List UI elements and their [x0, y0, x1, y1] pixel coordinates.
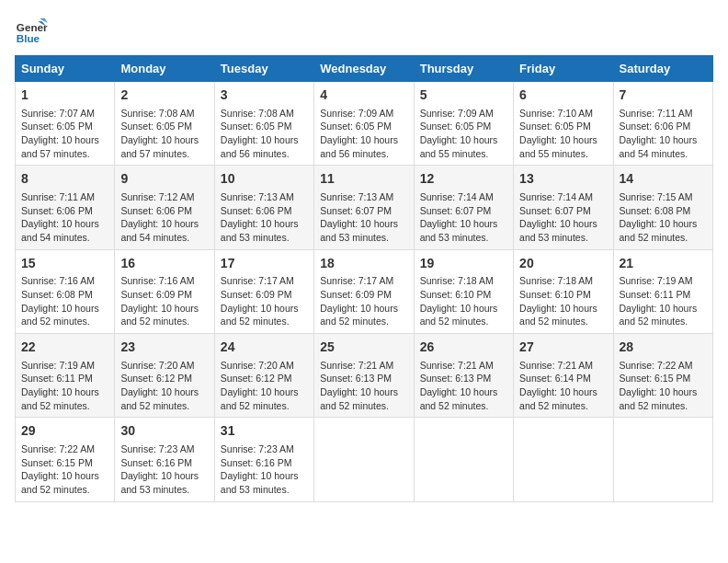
calendar-cell	[314, 418, 414, 501]
calendar-cell: 13Sunrise: 7:14 AM Sunset: 6:07 PM Dayli…	[514, 166, 613, 249]
calendar-cell	[414, 418, 513, 501]
calendar-cell	[514, 418, 613, 501]
day-info: Sunrise: 7:22 AM Sunset: 6:15 PM Dayligh…	[21, 442, 108, 497]
calendar-cell: 27Sunrise: 7:21 AM Sunset: 6:14 PM Dayli…	[514, 334, 613, 418]
calendar-cell: 15Sunrise: 7:16 AM Sunset: 6:08 PM Dayli…	[16, 249, 115, 333]
calendar-cell: 5Sunrise: 7:09 AM Sunset: 6:05 PM Daylig…	[414, 82, 513, 166]
day-number: 15	[21, 255, 108, 273]
calendar-cell: 26Sunrise: 7:21 AM Sunset: 6:13 PM Dayli…	[414, 334, 513, 418]
day-info: Sunrise: 7:19 AM Sunset: 6:11 PM Dayligh…	[620, 274, 707, 328]
day-number: 7	[620, 86, 707, 105]
day-number: 24	[221, 339, 308, 357]
day-number: 25	[320, 339, 407, 357]
calendar-cell: 24Sunrise: 7:20 AM Sunset: 6:12 PM Dayli…	[214, 334, 313, 418]
day-info: Sunrise: 7:16 AM Sunset: 6:09 PM Dayligh…	[120, 274, 208, 328]
day-number: 2	[120, 86, 208, 105]
day-info: Sunrise: 7:20 AM Sunset: 6:12 PM Dayligh…	[120, 359, 208, 413]
calendar-header-row: SundayMondayTuesdayWednesdayThursdayFrid…	[16, 56, 713, 82]
page-header: General Blue	[15, 15, 713, 48]
calendar-cell: 12Sunrise: 7:14 AM Sunset: 6:07 PM Dayli…	[414, 166, 513, 249]
day-number: 26	[420, 339, 507, 357]
calendar-table: SundayMondayTuesdayWednesdayThursdayFrid…	[15, 55, 713, 502]
column-header-thursday: Thursday	[414, 56, 513, 82]
day-info: Sunrise: 7:22 AM Sunset: 6:15 PM Dayligh…	[620, 359, 707, 413]
day-info: Sunrise: 7:07 AM Sunset: 6:05 PM Dayligh…	[21, 107, 108, 161]
calendar-cell: 16Sunrise: 7:16 AM Sunset: 6:09 PM Dayli…	[115, 249, 214, 333]
day-number: 18	[320, 255, 407, 273]
calendar-cell: 6Sunrise: 7:10 AM Sunset: 6:05 PM Daylig…	[514, 82, 613, 166]
day-number: 17	[221, 255, 308, 273]
day-info: Sunrise: 7:19 AM Sunset: 6:11 PM Dayligh…	[21, 359, 108, 413]
day-info: Sunrise: 7:09 AM Sunset: 6:05 PM Dayligh…	[420, 107, 507, 161]
calendar-cell: 20Sunrise: 7:18 AM Sunset: 6:10 PM Dayli…	[514, 249, 613, 333]
day-info: Sunrise: 7:10 AM Sunset: 6:05 PM Dayligh…	[519, 107, 607, 161]
calendar-cell: 8Sunrise: 7:11 AM Sunset: 6:06 PM Daylig…	[16, 166, 115, 249]
column-header-tuesday: Tuesday	[214, 56, 313, 82]
day-info: Sunrise: 7:11 AM Sunset: 6:06 PM Dayligh…	[620, 107, 707, 161]
day-number: 3	[221, 86, 308, 105]
day-info: Sunrise: 7:21 AM Sunset: 6:14 PM Dayligh…	[519, 359, 607, 413]
day-number: 29	[21, 422, 108, 441]
day-info: Sunrise: 7:23 AM Sunset: 6:16 PM Dayligh…	[120, 442, 208, 497]
column-header-monday: Monday	[115, 56, 214, 82]
day-number: 23	[120, 339, 208, 357]
calendar-cell: 30Sunrise: 7:23 AM Sunset: 6:16 PM Dayli…	[115, 418, 214, 501]
day-info: Sunrise: 7:20 AM Sunset: 6:12 PM Dayligh…	[221, 359, 308, 413]
day-number: 14	[620, 170, 707, 189]
day-info: Sunrise: 7:13 AM Sunset: 6:06 PM Dayligh…	[221, 190, 308, 245]
column-header-wednesday: Wednesday	[314, 56, 414, 82]
day-info: Sunrise: 7:13 AM Sunset: 6:07 PM Dayligh…	[320, 190, 407, 245]
calendar-cell	[613, 418, 712, 501]
day-info: Sunrise: 7:11 AM Sunset: 6:06 PM Dayligh…	[21, 190, 108, 245]
calendar-week-row: 1Sunrise: 7:07 AM Sunset: 6:05 PM Daylig…	[16, 82, 713, 166]
day-info: Sunrise: 7:18 AM Sunset: 6:10 PM Dayligh…	[519, 274, 607, 328]
day-number: 13	[519, 170, 607, 189]
day-number: 9	[120, 170, 208, 189]
calendar-week-row: 22Sunrise: 7:19 AM Sunset: 6:11 PM Dayli…	[16, 334, 713, 418]
day-info: Sunrise: 7:09 AM Sunset: 6:05 PM Dayligh…	[320, 107, 407, 161]
day-number: 20	[519, 255, 607, 273]
day-info: Sunrise: 7:08 AM Sunset: 6:05 PM Dayligh…	[120, 107, 208, 161]
calendar-cell: 25Sunrise: 7:21 AM Sunset: 6:13 PM Dayli…	[314, 334, 414, 418]
column-header-saturday: Saturday	[613, 56, 712, 82]
day-number: 21	[620, 255, 707, 273]
day-number: 28	[620, 339, 707, 357]
day-info: Sunrise: 7:17 AM Sunset: 6:09 PM Dayligh…	[221, 274, 308, 328]
day-number: 8	[21, 170, 108, 189]
calendar-week-row: 29Sunrise: 7:22 AM Sunset: 6:15 PM Dayli…	[16, 418, 713, 501]
day-number: 5	[420, 86, 507, 105]
calendar-cell: 2Sunrise: 7:08 AM Sunset: 6:05 PM Daylig…	[115, 82, 214, 166]
column-header-friday: Friday	[514, 56, 613, 82]
calendar-cell: 3Sunrise: 7:08 AM Sunset: 6:05 PM Daylig…	[214, 82, 313, 166]
calendar-cell: 9Sunrise: 7:12 AM Sunset: 6:06 PM Daylig…	[115, 166, 214, 249]
logo-icon: General Blue	[15, 15, 48, 48]
day-number: 22	[21, 339, 108, 357]
calendar-cell: 23Sunrise: 7:20 AM Sunset: 6:12 PM Dayli…	[115, 334, 214, 418]
column-header-sunday: Sunday	[16, 56, 115, 82]
day-number: 30	[120, 422, 208, 441]
day-number: 11	[320, 170, 407, 189]
day-number: 19	[420, 255, 507, 273]
day-info: Sunrise: 7:15 AM Sunset: 6:08 PM Dayligh…	[620, 190, 707, 245]
day-info: Sunrise: 7:21 AM Sunset: 6:13 PM Dayligh…	[320, 359, 407, 413]
calendar-cell: 10Sunrise: 7:13 AM Sunset: 6:06 PM Dayli…	[214, 166, 313, 249]
calendar-cell: 19Sunrise: 7:18 AM Sunset: 6:10 PM Dayli…	[414, 249, 513, 333]
day-number: 31	[221, 422, 308, 441]
day-number: 27	[519, 339, 607, 357]
day-number: 12	[420, 170, 507, 189]
day-info: Sunrise: 7:17 AM Sunset: 6:09 PM Dayligh…	[320, 274, 407, 328]
calendar-cell: 28Sunrise: 7:22 AM Sunset: 6:15 PM Dayli…	[613, 334, 712, 418]
calendar-cell: 29Sunrise: 7:22 AM Sunset: 6:15 PM Dayli…	[16, 418, 115, 501]
calendar-cell: 17Sunrise: 7:17 AM Sunset: 6:09 PM Dayli…	[214, 249, 313, 333]
calendar-cell: 21Sunrise: 7:19 AM Sunset: 6:11 PM Dayli…	[613, 249, 712, 333]
day-info: Sunrise: 7:16 AM Sunset: 6:08 PM Dayligh…	[21, 274, 108, 328]
day-info: Sunrise: 7:14 AM Sunset: 6:07 PM Dayligh…	[519, 190, 607, 245]
calendar-cell: 22Sunrise: 7:19 AM Sunset: 6:11 PM Dayli…	[16, 334, 115, 418]
calendar-week-row: 8Sunrise: 7:11 AM Sunset: 6:06 PM Daylig…	[16, 166, 713, 249]
svg-text:Blue: Blue	[17, 32, 40, 44]
calendar-cell: 31Sunrise: 7:23 AM Sunset: 6:16 PM Dayli…	[214, 418, 313, 501]
day-number: 1	[21, 86, 108, 105]
calendar-cell: 7Sunrise: 7:11 AM Sunset: 6:06 PM Daylig…	[613, 82, 712, 166]
day-number: 10	[221, 170, 308, 189]
calendar-cell: 18Sunrise: 7:17 AM Sunset: 6:09 PM Dayli…	[314, 249, 414, 333]
